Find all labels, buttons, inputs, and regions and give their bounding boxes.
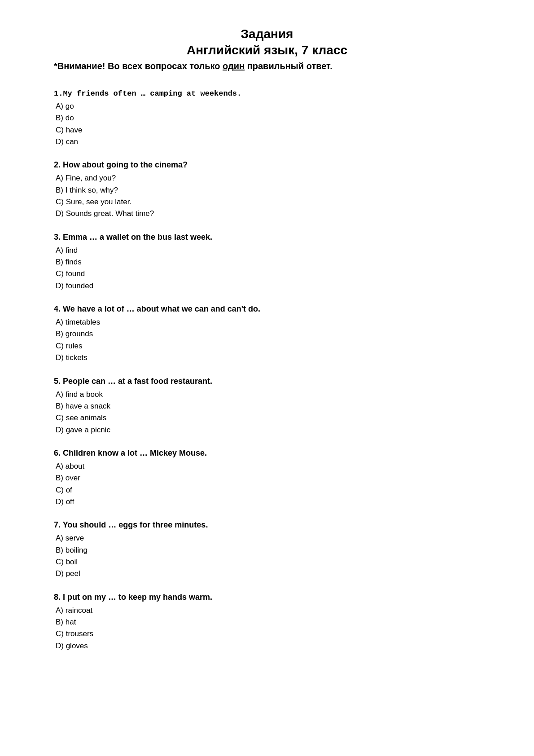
question-text-6: 6. Children know a lot … Mickey Mouse.: [54, 448, 480, 458]
question-8-option-D: D) gloves: [56, 640, 480, 652]
question-7-option-B: B) boiling: [56, 545, 480, 556]
question-5-option-B: B) have a snack: [56, 400, 480, 412]
question-block-7: 7. You should … eggs for three minutes.A…: [54, 520, 480, 580]
question-3-option-B: B) finds: [56, 256, 480, 268]
question-4-option-C: C) rules: [56, 340, 480, 352]
question-4-option-D: D) tickets: [56, 352, 480, 364]
question-7-option-D: D) peel: [56, 568, 480, 580]
question-8-option-B: B) hat: [56, 616, 480, 628]
note-after: правильный ответ.: [245, 61, 333, 71]
question-7-option-A: A) serve: [56, 532, 480, 544]
question-block-3: 3. Emma … a wallet on the bus last week.…: [54, 233, 480, 292]
question-1-option-A: A) go: [56, 101, 480, 112]
question-2-option-D: D) Sounds great. What time?: [56, 208, 480, 220]
question-1-option-B: B) do: [56, 112, 480, 124]
page-header: Задания Английский язык, 7 класс *Вниман…: [54, 27, 480, 71]
page-note: *Внимание! Во всех вопросах только один …: [54, 61, 480, 71]
question-text-1: 1.My friends often … camping at weekends…: [54, 89, 480, 98]
page-title: Задания: [54, 27, 480, 41]
question-text-4: 4. We have a lot of … about what we can …: [54, 304, 480, 314]
question-4-option-B: B) grounds: [56, 328, 480, 340]
question-2-option-C: C) Sure, see you later.: [56, 196, 480, 208]
question-4-option-A: A) timetables: [56, 316, 480, 328]
question-8-option-A: A) raincoat: [56, 605, 480, 616]
questions-container: 1.My friends often … camping at weekends…: [54, 89, 480, 652]
question-text-2: 2. How about going to the cinema?: [54, 160, 480, 170]
question-block-5: 5. People can … at a fast food restauran…: [54, 377, 480, 436]
question-6-option-B: B) over: [56, 472, 480, 484]
question-2-option-A: A) Fine, and you?: [56, 172, 480, 184]
question-3-option-C: C) found: [56, 268, 480, 280]
question-1-option-D: D) can: [56, 136, 480, 148]
question-5-option-A: A) find a book: [56, 389, 480, 400]
question-6-option-D: D) off: [56, 496, 480, 508]
question-6-option-C: C) of: [56, 484, 480, 496]
question-text-7: 7. You should … eggs for three minutes.: [54, 520, 480, 530]
page-subtitle: Английский язык, 7 класс: [54, 43, 480, 57]
question-block-6: 6. Children know a lot … Mickey Mouse.A)…: [54, 448, 480, 508]
question-3-option-D: D) founded: [56, 280, 480, 292]
question-3-option-A: A) find: [56, 245, 480, 256]
question-block-1: 1.My friends often … camping at weekends…: [54, 89, 480, 148]
question-text-3: 3. Emma … a wallet on the bus last week.: [54, 233, 480, 242]
question-7-option-C: C) boil: [56, 556, 480, 568]
question-text-8: 8. I put on my … to keep my hands warm.: [54, 593, 480, 602]
question-block-8: 8. I put on my … to keep my hands warm.A…: [54, 593, 480, 652]
question-block-2: 2. How about going to the cinema?A) Fine…: [54, 160, 480, 220]
question-text-5: 5. People can … at a fast food restauran…: [54, 377, 480, 386]
question-block-4: 4. We have a lot of … about what we can …: [54, 304, 480, 364]
question-5-option-C: C) see animals: [56, 412, 480, 424]
question-1-option-C: C) have: [56, 124, 480, 136]
question-5-option-D: D) gave a picnic: [56, 424, 480, 436]
question-2-option-B: B) I think so, why?: [56, 185, 480, 196]
question-6-option-A: A) about: [56, 461, 480, 472]
note-underline: один: [223, 61, 245, 71]
question-8-option-C: C) trousers: [56, 628, 480, 640]
note-before: *Внимание! Во всех вопросах только: [54, 61, 223, 71]
